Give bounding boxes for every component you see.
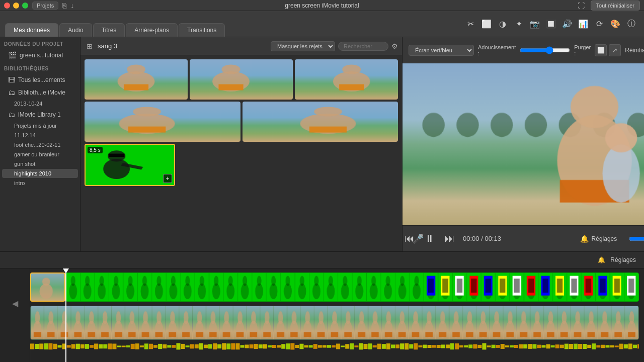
thumb-canvas-4 xyxy=(85,102,240,142)
fullscreen-icon[interactable]: ⛶ xyxy=(576,2,587,10)
close-button[interactable] xyxy=(4,3,10,9)
titlebar: Projets ⎘ ↓ green screen iMovie tutorial… xyxy=(0,0,644,11)
library-icon: 🗂 xyxy=(8,111,15,119)
tab-titres[interactable]: Titres xyxy=(93,23,125,37)
clip-duration: 8,5 s xyxy=(88,147,103,153)
window-title: green screen iMovie tutorial xyxy=(285,2,359,9)
audio-tool-icon[interactable]: 🔊 xyxy=(560,18,574,31)
green-screen-toolbar: Écran vert/bleu Adoucissement : Purger :… xyxy=(403,37,644,63)
libraries-section-header: BIBLIOTHÈQUES xyxy=(0,62,80,73)
sidebar-item-imovie-lib[interactable]: 🗂 Biblioth...e iMovie xyxy=(2,86,78,99)
reinitialiser-button[interactable]: Réinitialiser ✓ xyxy=(625,47,644,54)
video-preview: ⤢ xyxy=(403,63,644,225)
thumb-canvas-2 xyxy=(190,59,293,100)
preview-canvas xyxy=(403,63,644,225)
tracks-right xyxy=(30,268,644,362)
tracks-left: ◀ xyxy=(0,268,30,362)
sidebar-item-all-events[interactable]: 🎞 Tous les...ements xyxy=(2,74,78,86)
maximize-button[interactable] xyxy=(22,3,28,9)
split-view-button[interactable]: ⊞ xyxy=(85,41,95,51)
all-events-icon: 🎞 xyxy=(8,76,15,84)
clip-green-canvas xyxy=(66,273,638,301)
pause-button[interactable]: ⏸ xyxy=(423,231,437,246)
crop-tool-icon[interactable]: ⬜ xyxy=(480,18,493,31)
purger-label: Purger : xyxy=(574,44,591,56)
sidebar-item-foot-che[interactable]: foot che...20-02-11 xyxy=(2,140,78,149)
imovie-lib-icon: 🗂 xyxy=(8,88,15,97)
main-layout: DONNÉES DU PROJET 🎬 green s...tutorial B… xyxy=(0,37,644,251)
sidebar-item-imovie-library1[interactable]: 🗂 iMovie Library 1 xyxy=(2,109,78,121)
share-icon[interactable]: ⎘ xyxy=(60,2,68,10)
filter-select[interactable]: Masquer les rejets xyxy=(271,41,335,51)
sidebar: DONNÉES DU PROJET 🎬 green s...tutorial B… xyxy=(0,37,80,251)
clip-green-track[interactable] xyxy=(65,273,639,302)
stabilize-tool-icon[interactable]: ✦ xyxy=(512,18,525,31)
tab-audio[interactable]: Audio xyxy=(59,23,92,37)
settings-icon[interactable]: ⚙ xyxy=(391,42,398,50)
timecode-current: 00:00 xyxy=(463,235,479,242)
search-input[interactable] xyxy=(338,42,388,51)
thumb-canvas-1 xyxy=(85,59,188,100)
camera-tool-icon[interactable]: 📷 xyxy=(528,18,541,31)
tracks-container: ◀ xyxy=(0,268,644,362)
purger-btn-2[interactable]: ↗ xyxy=(609,44,621,56)
clip-audio-track xyxy=(30,343,639,350)
traffic-lights xyxy=(4,3,28,9)
media-thumb-1[interactable] xyxy=(85,59,188,100)
sidebar-item-date1[interactable]: 2013-10-24 xyxy=(2,99,78,108)
sidebar-item-intro[interactable]: intro xyxy=(2,178,78,188)
tab-mes-donnees[interactable]: Mes données xyxy=(5,23,58,37)
media-row-1 xyxy=(85,59,398,100)
playback-controls: 🎤 ⏮ ⏸ ⏭ 00:00 / 00:13 🔔 Réglages xyxy=(403,225,644,251)
color2-tool-icon[interactable]: 🎨 xyxy=(609,18,622,31)
speed-tool-icon[interactable]: ⟳ xyxy=(593,18,606,31)
minimize-button[interactable] xyxy=(13,3,19,9)
clip-sumo-track[interactable] xyxy=(30,273,65,302)
toolbar-tabs: Mes données Audio Titres Arrière-plans T… xyxy=(0,11,225,37)
zoom-slider[interactable] xyxy=(629,235,644,243)
media-toolbar: ⊞ sang 3 Masquer les rejets ⚙ xyxy=(80,37,402,55)
sidebar-item-date2[interactable]: 11.12.14 xyxy=(2,131,78,140)
media-thumb-5[interactable] xyxy=(243,102,398,142)
bottom-section: 🔔 Réglages ◀ xyxy=(0,251,644,362)
adoucissement-slider[interactable] xyxy=(520,46,570,54)
media-thumb-3[interactable] xyxy=(295,59,398,100)
sidebar-project-name: green s...tutorial xyxy=(20,52,63,59)
next-frame-button[interactable]: ⏭ xyxy=(443,231,457,246)
screen-type-select[interactable]: Écran vert/bleu xyxy=(409,45,474,56)
reglages-timeline-label[interactable]: Réglages xyxy=(610,256,636,263)
thumb-canvas-5 xyxy=(243,102,398,142)
clip-bg-canvas xyxy=(31,306,638,339)
noise-tool-icon[interactable]: 🔲 xyxy=(544,18,557,31)
timecode-total: 00:13 xyxy=(485,235,501,242)
media-thumb-green[interactable]: 8,5 s + xyxy=(85,144,175,186)
sidebar-item-gamer[interactable]: gamer ou branleur xyxy=(2,150,78,159)
track-side-arrow-icon[interactable]: ◀ xyxy=(12,299,18,308)
download-icon[interactable]: ↓ xyxy=(68,2,76,10)
add-clip-button[interactable]: + xyxy=(163,174,172,183)
tab-arriere-plans[interactable]: Arrière-plans xyxy=(126,23,178,37)
toolbar: Mes données Audio Titres Arrière-plans T… xyxy=(0,11,644,37)
tout-reinitialiser-button[interactable]: Tout réinitialiser xyxy=(591,1,640,11)
sidebar-item-gun-shot[interactable]: gun shot xyxy=(2,159,78,168)
media-thumb-2[interactable] xyxy=(190,59,293,100)
mic-button[interactable]: 🎤 xyxy=(413,233,424,244)
purger-btn-1[interactable]: ⬜ xyxy=(595,44,607,56)
left-panel: ⊞ sang 3 Masquer les rejets ⚙ xyxy=(80,37,403,251)
info-tool-icon[interactable]: ⓘ xyxy=(625,18,638,31)
sidebar-item-project[interactable]: 🎬 green s...tutorial xyxy=(2,49,78,61)
reglages-label[interactable]: Réglages xyxy=(592,235,617,242)
color-tool-icon[interactable]: ◑ xyxy=(496,18,509,31)
clip-bg-track[interactable] xyxy=(30,306,639,340)
tab-transitions[interactable]: Transitions xyxy=(179,23,225,37)
sidebar-item-highlights[interactable]: highlights 2010 xyxy=(2,169,78,178)
library-name-label: sang 3 xyxy=(98,42,117,50)
clip-sumo-canvas xyxy=(31,274,64,301)
media-thumb-4[interactable] xyxy=(85,102,240,142)
back-to-projects-button[interactable]: Projets xyxy=(32,2,58,10)
toolbar-right: ✂ ⬜ ◑ ✦ 📷 🔲 🔊 📊 ⟳ 🎨 ⓘ xyxy=(464,18,644,31)
equalizer-tool-icon[interactable]: 📊 xyxy=(577,18,590,31)
sidebar-item-projects-update[interactable]: Projets mis à jour xyxy=(2,121,78,130)
scissor-tool-icon[interactable]: ✂ xyxy=(464,18,477,31)
sidebar-library1-label: iMovie Library 1 xyxy=(18,111,61,118)
